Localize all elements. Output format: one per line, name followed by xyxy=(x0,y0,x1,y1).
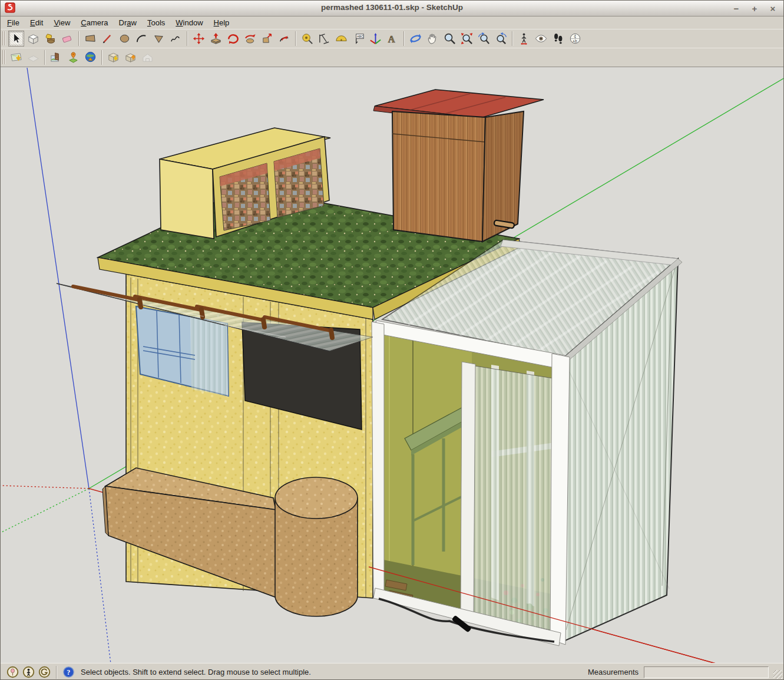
pan-tool-button[interactable] xyxy=(425,31,441,47)
zoom-next-tool-button[interactable] xyxy=(493,31,509,47)
section-plane-tool-icon: CA-5 xyxy=(568,32,582,45)
svg-text:?: ? xyxy=(67,668,70,676)
model-scene[interactable] xyxy=(1,67,784,664)
look-around-tool-button[interactable] xyxy=(533,31,549,47)
tape-measure-tool-icon xyxy=(300,32,314,45)
select-tool-icon xyxy=(9,32,23,45)
zoom-tool-button[interactable] xyxy=(442,31,458,47)
share-component-button[interactable] xyxy=(140,49,156,65)
make-component-tool-button[interactable] xyxy=(25,31,41,47)
protractor-tool-button[interactable] xyxy=(333,31,349,47)
add-location-button[interactable] xyxy=(65,49,81,65)
walk-tool-icon xyxy=(551,32,565,45)
text-tool-button[interactable]: ABC xyxy=(350,31,366,47)
orbit-tool-button[interactable] xyxy=(408,31,424,47)
section-plane-tool-button[interactable]: CA-5 xyxy=(567,31,583,47)
signin-status-button[interactable] xyxy=(38,666,51,678)
statusbar: ? Select objects. Shift to extend select… xyxy=(1,663,783,680)
select-tool-button[interactable] xyxy=(8,31,24,47)
zoom-window-tool-button[interactable] xyxy=(459,31,475,47)
minimize-button[interactable]: − xyxy=(732,4,741,14)
scale-tool-icon xyxy=(260,32,274,45)
zoom-window-tool-icon xyxy=(460,32,474,45)
share-component-icon xyxy=(141,51,154,64)
toolbar-separator xyxy=(403,31,405,46)
window-title: permashed 130611-01.skp - SketchUp xyxy=(1,3,783,12)
zoom-previous-tool-button[interactable] xyxy=(476,31,492,47)
text-3d-tool-button[interactable]: A xyxy=(385,31,401,47)
menu-draw[interactable]: Draw xyxy=(114,17,142,28)
sketchup-window: permashed 130611-01.skp - SketchUp −+× F… xyxy=(0,0,784,680)
rotate-tool-icon xyxy=(226,32,240,45)
freehand-tool-button[interactable] xyxy=(168,31,184,47)
help-status-button[interactable]: ? xyxy=(62,666,75,678)
toggle-terrain-button[interactable] xyxy=(25,49,41,65)
follow-me-tool-button[interactable] xyxy=(242,31,258,47)
pan-tool-icon xyxy=(426,32,439,45)
claim-credit-status-button[interactable] xyxy=(22,666,35,678)
paint-bucket-tool-button[interactable] xyxy=(42,31,58,47)
toolbar-grip[interactable] xyxy=(2,50,5,64)
svg-text:C: C xyxy=(574,35,577,38)
menu-file[interactable]: File xyxy=(2,17,25,28)
dimension-tool-button[interactable] xyxy=(316,31,332,47)
measurements-input[interactable] xyxy=(644,666,769,678)
line-tool-icon xyxy=(101,32,114,45)
dimension-tool-icon xyxy=(317,32,331,45)
menu-view[interactable]: View xyxy=(48,17,75,28)
offset-tool-button[interactable] xyxy=(276,31,292,47)
close-button[interactable]: × xyxy=(768,4,778,14)
get-models-button[interactable] xyxy=(105,49,121,65)
tape-measure-tool-button[interactable] xyxy=(299,31,315,47)
model-barrel[interactable] xyxy=(275,477,358,616)
model-greenhouse[interactable] xyxy=(372,240,682,646)
position-camera-tool-icon xyxy=(517,32,531,45)
menu-help[interactable]: Help xyxy=(209,17,235,28)
google-earth-button[interactable] xyxy=(82,49,98,65)
share-model-icon xyxy=(124,51,137,64)
arc-tool-button[interactable] xyxy=(134,31,150,47)
freehand-tool-icon xyxy=(169,32,183,45)
circle-tool-button[interactable] xyxy=(117,31,133,47)
polygon-tool-button[interactable] xyxy=(151,31,167,47)
get-current-view-icon xyxy=(9,51,23,64)
menu-tools[interactable]: Tools xyxy=(142,17,170,28)
line-tool-button[interactable] xyxy=(100,31,115,47)
scale-tool-button[interactable] xyxy=(259,31,275,47)
svg-text:ABC: ABC xyxy=(357,35,363,38)
resize-grip[interactable] xyxy=(773,670,782,679)
menu-camera[interactable]: Camera xyxy=(75,17,113,28)
position-camera-tool-button[interactable] xyxy=(516,31,532,47)
greenhouse-door[interactable] xyxy=(461,362,553,631)
rectangle-tool-button[interactable] xyxy=(82,31,98,47)
photo-textures-icon xyxy=(49,51,63,64)
push-pull-tool-button[interactable] xyxy=(208,31,224,47)
move-tool-button[interactable] xyxy=(191,31,207,47)
window-controls: −+× xyxy=(732,1,778,16)
eraser-tool-button[interactable] xyxy=(59,31,75,47)
axes-tool-button[interactable] xyxy=(368,31,383,47)
toolbar-grip[interactable] xyxy=(2,31,5,45)
toggle-terrain-icon xyxy=(27,51,40,64)
rotate-tool-button[interactable] xyxy=(225,31,241,47)
walk-tool-button[interactable] xyxy=(550,31,566,47)
menu-edit[interactable]: Edit xyxy=(25,17,48,28)
toolbar-main: ABCACA-5 xyxy=(1,29,783,48)
polygon-tool-icon xyxy=(152,32,166,45)
photo-textures-button[interactable] xyxy=(48,49,64,65)
axes-tool-icon xyxy=(369,32,382,45)
circle-tool-icon xyxy=(118,32,131,45)
share-model-button[interactable] xyxy=(123,49,138,65)
text-tool-icon: ABC xyxy=(352,32,365,45)
toolbar-separator xyxy=(101,50,102,65)
model-wooden-cabinet[interactable] xyxy=(373,90,544,242)
text-3d-tool-icon: A xyxy=(386,32,399,45)
menu-window[interactable]: Window xyxy=(170,17,208,28)
maximize-button[interactable]: + xyxy=(750,4,759,14)
get-current-view-button[interactable] xyxy=(8,49,24,65)
drawing-viewport[interactable] xyxy=(1,67,784,664)
toolbar-separator xyxy=(187,31,188,46)
geolocation-status-button[interactable] xyxy=(6,666,19,678)
paint-bucket-tool-icon xyxy=(44,32,57,45)
get-models-icon xyxy=(107,51,120,64)
